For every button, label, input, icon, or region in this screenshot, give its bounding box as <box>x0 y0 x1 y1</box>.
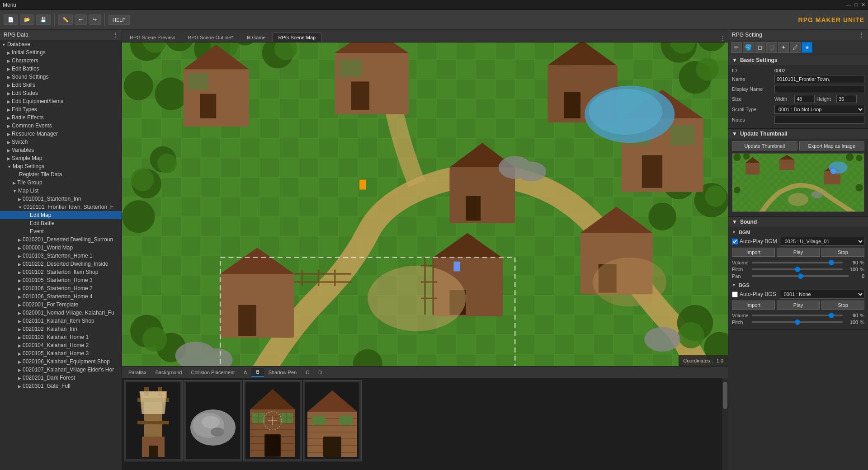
tree-item-tile-group[interactable]: ▶Tile Group <box>0 179 122 187</box>
undo-button[interactable]: ↩ <box>75 14 87 25</box>
tool-pencil[interactable]: ✏ <box>731 42 742 53</box>
tree-item-map-home1[interactable]: ▶0010103_Starterton_Home 1 <box>0 252 122 260</box>
tree-item-map-home3[interactable]: ▶0010105_Starterton_Home 3 <box>0 276 122 284</box>
tile-tab-c[interactable]: C <box>301 368 314 376</box>
tree-item-map-home2b[interactable]: ▶0010106_Starterton_Home 2 <box>0 284 122 292</box>
tree-item-edit-map[interactable]: Edit Map <box>0 211 122 219</box>
tree-item-initial-settings[interactable]: ▶Initial Settings <box>0 48 122 56</box>
tool-eraser[interactable]: ◻ <box>755 42 765 53</box>
redo-button[interactable]: ↪ <box>89 14 101 25</box>
tree-item-map-kalahari-equip[interactable]: ▶0020106_Kalahari_Equipment Shop <box>0 357 122 366</box>
display-name-input[interactable] <box>774 85 864 93</box>
bgm-play-button[interactable]: Play <box>777 248 820 257</box>
tabs-menu-icon[interactable]: ⋮ <box>720 35 726 42</box>
tile-scrollbar-thumb[interactable] <box>723 382 727 409</box>
tile-tab-parallax[interactable]: Parallax <box>124 368 151 376</box>
menu-label[interactable]: Menu <box>3 2 16 8</box>
tree-item-sound-settings[interactable]: ▶Sound Settings <box>0 73 122 81</box>
tree-item-map-dark-forest[interactable]: ▶0020201_Dark Forest <box>0 374 122 382</box>
open-button[interactable]: 📂 <box>20 14 34 25</box>
edit-button[interactable]: ✏️ <box>58 14 73 25</box>
auto-play-bgm-checkbox[interactable] <box>732 239 738 244</box>
tree-item-edit-types[interactable]: ▶Edit Types <box>0 105 122 113</box>
bgs-stop-button[interactable]: Stop <box>821 301 864 310</box>
export-map-button[interactable]: Export Map as Image <box>799 141 865 150</box>
tree-item-map-gate[interactable]: ▶0020301_Gate_Full <box>0 382 122 390</box>
help-button[interactable]: HELP <box>108 15 130 25</box>
tool-wand[interactable]: ✦ <box>778 42 789 53</box>
tree-item-battle-effects[interactable]: ▶Battle Effects <box>0 113 122 122</box>
tree-item-map-0202[interactable]: ▶0010202_Deserted Dwelling_Inside <box>0 260 122 268</box>
tab-rpg-scene-map[interactable]: RPG Scene Map <box>273 33 322 42</box>
bgs-select[interactable]: 0001 : None <box>780 290 864 299</box>
map-area[interactable]: Coordinates : 1,0 <box>122 42 728 366</box>
minimize-btn[interactable]: — <box>846 2 851 8</box>
tree-item-map-settings[interactable]: ▼Map Settings <box>0 162 122 170</box>
tile-tab-background[interactable]: Background <box>151 368 187 376</box>
tree-item-map-nomad[interactable]: ▶0020001_Nomad Village, Kalahari_Fu <box>0 309 122 317</box>
tile-tab-d[interactable]: D <box>314 368 326 376</box>
tree-item-map-kalahari-inn[interactable]: ▶0020102_Kalahari_Inn <box>0 325 122 333</box>
tree-item-database[interactable]: ▼Database <box>0 40 122 48</box>
tree-item-edit-battle[interactable]: Edit Battle <box>0 219 122 227</box>
basic-settings-header[interactable]: ▼ Basic Settings <box>728 55 868 65</box>
update-thumbnail-button[interactable]: Update Thumbnail <box>732 141 797 150</box>
tree-item-map-kalahari-elder[interactable]: ▶0020107_Kalahari_Village Elder's Hor <box>0 366 122 374</box>
close-btn[interactable]: ✕ <box>861 2 865 8</box>
tile-item-4[interactable] <box>303 380 362 461</box>
tree-item-map-kalahari-item[interactable]: ▶0020101_Kalahari_Item Shop <box>0 317 122 325</box>
tree-item-map-item-shop[interactable]: ▶0010102_Starterton_Item Shop <box>0 268 122 276</box>
tree-item-map-0201[interactable]: ▶0010201_Deserted Dwelling_Surroun <box>0 235 122 244</box>
tile-tab-b[interactable]: B <box>251 368 264 377</box>
tile-item-1[interactable] <box>124 380 183 461</box>
left-panel-menu-icon[interactable]: ⋮ <box>113 32 118 38</box>
tree-item-resource-manager[interactable]: ▶Resource Manager <box>0 130 122 138</box>
tree-item-map-kalahari-home3[interactable]: ▶0020105_Kalahari_Home 3 <box>0 349 122 357</box>
tool-star[interactable]: ★ <box>802 42 812 53</box>
tile-tab-collision-placement[interactable]: Collision Placement <box>186 368 239 376</box>
tree-item-register-tile[interactable]: Register Tile Data <box>0 170 122 179</box>
tree-item-common-events[interactable]: ▶Common Events <box>0 122 122 130</box>
new-button[interactable]: 📄 <box>4 14 18 25</box>
tree-item-switch[interactable]: ▶Switch <box>0 138 122 146</box>
tree-item-map-frontier[interactable]: ▼0010101_Frontier Town, Starterton_F <box>0 203 122 211</box>
auto-play-bgs-checkbox[interactable] <box>732 291 738 297</box>
tab-rpg-scene-preview[interactable]: RPG Scene Preview <box>124 33 181 42</box>
sound-section-header[interactable]: ▼ Sound <box>728 217 868 227</box>
tile-tab-shadow-pen[interactable]: Shadow Pen <box>264 368 301 376</box>
width-input[interactable] <box>794 95 815 103</box>
map-canvas[interactable] <box>122 42 728 366</box>
tree-item-map-home4[interactable]: ▶0010106_Starterton_Home 4 <box>0 292 122 301</box>
name-input[interactable] <box>774 75 864 83</box>
tab-rpg-scene-outline[interactable]: RPG Scene Outline* <box>182 33 239 42</box>
tree-item-map-list[interactable]: ▼Map List <box>0 187 122 195</box>
save-button[interactable]: 💾 <box>36 14 51 25</box>
right-panel-menu-icon[interactable]: ⋮ <box>859 32 864 38</box>
tile-tab-a[interactable]: A <box>239 368 251 376</box>
tool-marquee[interactable]: ⬚ <box>766 42 777 53</box>
tree-item-edit-battles[interactable]: ▶Edit Battles <box>0 65 122 73</box>
thumbnail-section-header[interactable]: ▼ Update Thumbnail <box>728 129 868 139</box>
tool-bucket[interactable]: 🪣 <box>743 42 754 53</box>
tile-item-2[interactable] <box>184 380 242 461</box>
tree-item-sample-map[interactable]: ▶Sample Map <box>0 154 122 162</box>
notes-input[interactable] <box>774 116 864 124</box>
tree-item-edit-equipment[interactable]: ▶Edit Equipment/Items <box>0 97 122 105</box>
bgm-pan-slider[interactable] <box>752 275 849 277</box>
tree-item-map-0001[interactable]: ▶0010001_Starterton_Inn <box>0 195 122 203</box>
tool-pen[interactable]: 🖊 <box>790 42 801 53</box>
tile-item-3[interactable] <box>243 380 302 461</box>
tab-game[interactable]: 🖥 Game <box>240 33 272 42</box>
tree-item-edit-states[interactable]: ▶Edit States <box>0 89 122 97</box>
bgm-pitch-slider[interactable] <box>752 268 843 270</box>
bgs-play-button[interactable]: Play <box>777 301 820 310</box>
tree-item-map-world[interactable]: ▶0000001_World Map <box>0 244 122 252</box>
tile-images[interactable] <box>122 378 722 470</box>
bgs-volume-slider[interactable] <box>752 315 843 316</box>
tree-item-variables[interactable]: ▶Variables <box>0 146 122 154</box>
bgm-import-button[interactable]: Import <box>732 248 775 257</box>
tree-item-map-template[interactable]: ▶0002001_For Template <box>0 301 122 309</box>
height-input[interactable] <box>836 95 857 103</box>
tree-item-edit-skills[interactable]: ▶Edit Skills <box>0 81 122 89</box>
bgs-import-button[interactable]: Import <box>732 301 775 310</box>
